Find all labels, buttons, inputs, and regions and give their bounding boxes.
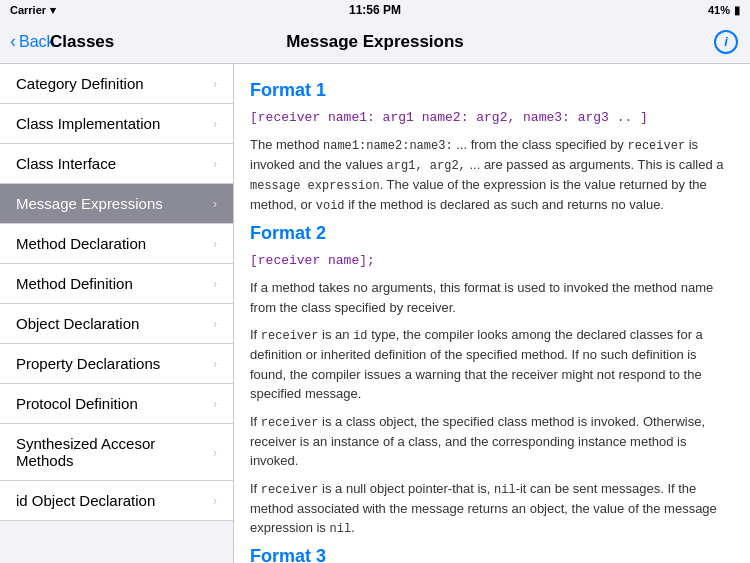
sidebar-item-label: Protocol Definition	[16, 395, 138, 412]
format2-p3: If receiver is a class object, the speci…	[250, 412, 734, 471]
sidebar-item-label: Method Definition	[16, 275, 133, 292]
battery-label: 41%	[708, 4, 730, 16]
sidebar-item-object-declaration[interactable]: Object Declaration ›	[0, 304, 233, 344]
chevron-icon: ›	[213, 156, 217, 171]
chevron-icon: ›	[213, 445, 217, 460]
format1-heading: Format 1	[250, 80, 734, 101]
chevron-icon: ›	[213, 493, 217, 508]
format3-heading: Format 3	[250, 546, 734, 563]
format1-code: [receiver name1: arg1 name2: arg2, name3…	[250, 109, 734, 127]
sidebar-item-id-object-declaration[interactable]: id Object Declaration ›	[0, 481, 233, 521]
wifi-icon: ▾	[50, 4, 56, 17]
sidebar-item-label: Class Interface	[16, 155, 116, 172]
status-bar: Carrier ▾ 11:56 PM 41% ▮	[0, 0, 750, 20]
format3-section: Format 3 receiver.property This calls th…	[250, 546, 734, 563]
format1-section: Format 1 [receiver name1: arg1 name2: ar…	[250, 80, 734, 215]
sidebar-item-protocol-definition[interactable]: Protocol Definition ›	[0, 384, 233, 424]
status-right: 41% ▮	[708, 4, 740, 17]
sidebar-item-label: Method Declaration	[16, 235, 146, 252]
sidebar-item-synthesized-accesor-methods[interactable]: Synthesized Accesor Methods ›	[0, 424, 233, 481]
content-area[interactable]: Format 1 [receiver name1: arg1 name2: ar…	[234, 64, 750, 563]
sidebar-item-class-implementation[interactable]: Class Implementation ›	[0, 104, 233, 144]
format2-p1: If a method takes no arguments, this for…	[250, 278, 734, 317]
chevron-icon: ›	[213, 316, 217, 331]
format2-section: Format 2 [receiver name]; If a method ta…	[250, 223, 734, 538]
chevron-icon: ›	[213, 196, 217, 211]
sidebar-item-label: Class Implementation	[16, 115, 160, 132]
sidebar-item-method-definition[interactable]: Method Definition ›	[0, 264, 233, 304]
chevron-icon: ›	[213, 276, 217, 291]
chevron-icon: ›	[213, 356, 217, 371]
status-left: Carrier ▾	[10, 4, 56, 17]
format1-paragraph: The method name1:name2:name3: ... from t…	[250, 135, 734, 215]
sidebar-item-label: Object Declaration	[16, 315, 139, 332]
chevron-icon: ›	[213, 396, 217, 411]
chevron-icon: ›	[213, 76, 217, 91]
status-time: 11:56 PM	[349, 3, 401, 17]
info-button[interactable]: i	[714, 30, 738, 54]
battery-icon: ▮	[734, 4, 740, 17]
sidebar-item-label: Message Expressions	[16, 195, 163, 212]
format2-p4: If receiver is a null object pointer-tha…	[250, 479, 734, 539]
sidebar-item-message-expressions[interactable]: Message Expressions ›	[0, 184, 233, 224]
format2-p2: If receiver is an id type, the compiler …	[250, 325, 734, 404]
chevron-icon: ›	[213, 236, 217, 251]
nav-left-title: Classes	[50, 32, 114, 52]
sidebar-item-property-declarations[interactable]: Property Declarations ›	[0, 344, 233, 384]
carrier-label: Carrier	[10, 4, 46, 16]
nav-center-title: Message Expressions	[235, 32, 515, 52]
main-container: Category Definition › Class Implementati…	[0, 64, 750, 563]
back-arrow-icon: ‹	[10, 31, 16, 52]
format2-code: [receiver name];	[250, 252, 734, 270]
sidebar-item-label: Property Declarations	[16, 355, 160, 372]
chevron-icon: ›	[213, 116, 217, 131]
sidebar-item-method-declaration[interactable]: Method Declaration ›	[0, 224, 233, 264]
sidebar-item-label: Synthesized Accesor Methods	[16, 435, 213, 469]
sidebar-item-category-definition[interactable]: Category Definition ›	[0, 64, 233, 104]
sidebar-item-label: Category Definition	[16, 75, 144, 92]
sidebar: Category Definition › Class Implementati…	[0, 64, 234, 563]
format2-heading: Format 2	[250, 223, 734, 244]
nav-bar: ‹ Back Classes Message Expressions i	[0, 20, 750, 64]
sidebar-item-class-interface[interactable]: Class Interface ›	[0, 144, 233, 184]
sidebar-item-label: id Object Declaration	[16, 492, 155, 509]
